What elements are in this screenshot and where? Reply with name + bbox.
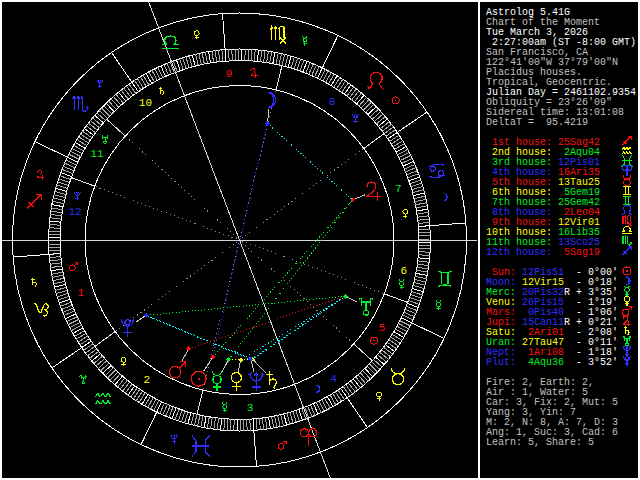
svg-text:7: 7 [395, 183, 402, 195]
svg-text:3: 3 [247, 402, 254, 414]
svg-text:4Aqu36: 4Aqu36 [522, 357, 564, 368]
svg-text:10: 10 [139, 97, 152, 109]
svg-text:1: 1 [77, 287, 84, 299]
svg-text:Learn: 5, Share: 5: Learn: 5, Share: 5 [486, 437, 594, 448]
svg-text:8: 8 [329, 96, 336, 108]
svg-text:4: 4 [330, 373, 337, 385]
svg-text:DeltaT = 95.4219: DeltaT = 95.4219 [486, 117, 588, 128]
svg-text:9: 9 [226, 68, 233, 80]
svg-text:12: 12 [68, 206, 81, 218]
svg-text:5Sag19: 5Sag19 [558, 247, 600, 258]
svg-text:6: 6 [401, 265, 408, 277]
svg-text:11: 11 [90, 148, 104, 160]
svg-text:- 3°52': - 3°52' [570, 357, 618, 368]
svg-text:5: 5 [379, 322, 386, 334]
svg-text:Plut:: Plut: [486, 357, 516, 368]
svg-text:2: 2 [144, 374, 151, 386]
svg-text:12th house:: 12th house: [486, 247, 552, 258]
